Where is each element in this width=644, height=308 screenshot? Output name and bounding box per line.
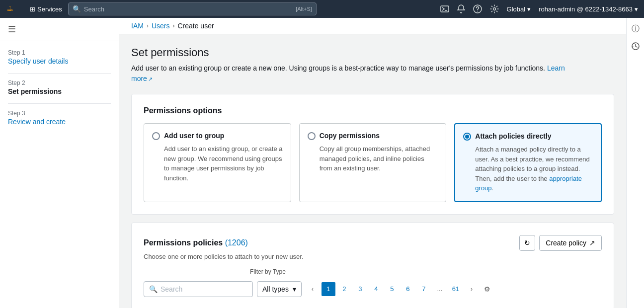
page-description: Add user to an existing group or create … (131, 63, 578, 84)
user-chevron-icon: ▾ (635, 5, 638, 13)
policy-search-icon: 🔍 (149, 285, 158, 293)
step-1-title[interactable]: Specify user details (8, 57, 68, 65)
page-6-btn[interactable]: 6 (401, 282, 415, 296)
page-4-btn[interactable]: 4 (369, 282, 383, 296)
info-icon[interactable]: ⓘ (632, 24, 640, 34)
right-sidebar: ⓘ (626, 18, 644, 308)
create-policy-button[interactable]: Create policy ↗ (539, 235, 602, 251)
sidebar-toggle[interactable]: ☰ (0, 18, 119, 41)
bell-icon[interactable] (457, 4, 465, 13)
step-2-title[interactable]: Set permissions (8, 87, 62, 95)
option-add-to-group-desc: Add user to an existing group, or create… (164, 144, 283, 183)
navbar: aws ⊞ Services 🔍 [Alt+S] Global ▾ rohan-… (0, 0, 644, 18)
option-copy-permissions[interactable]: Copy permissions Copy all group membersh… (299, 123, 447, 202)
main-content: IAM › Users › Create user Set permission… (119, 18, 626, 308)
radio-attach-directly[interactable] (463, 133, 471, 141)
search-input[interactable] (84, 5, 292, 13)
history-icon[interactable] (632, 42, 640, 52)
option-copy-permissions-title: Copy permissions (320, 132, 380, 140)
page-content: Set permissions Add user to an existing … (119, 34, 626, 308)
breadcrumb: IAM › Users › Create user (119, 18, 626, 34)
step-3-label: Step 3 (8, 110, 111, 117)
permissions-policies-card: Permissions policies (1206) ↻ Create pol… (131, 223, 614, 308)
svg-text:aws: aws (7, 8, 13, 11)
global-search[interactable]: 🔍 [Alt+S] (68, 2, 317, 15)
policies-count: (1206) (225, 238, 248, 247)
svg-point-3 (474, 5, 482, 13)
step-2: Step 2 Set permissions (8, 79, 111, 95)
help-icon[interactable] (473, 4, 482, 13)
aws-logo[interactable]: aws (6, 4, 22, 14)
terminal-icon[interactable] (440, 5, 449, 12)
type-filter-select[interactable]: All types ▾ (257, 281, 302, 297)
pagination: ‹ 1 2 3 4 5 6 7 ... 61 › ⚙ (306, 282, 494, 296)
policies-card-header: Permissions policies (1206) ↻ Create pol… (144, 235, 602, 251)
external-link-icon: ↗ (148, 76, 153, 82)
policy-search-box[interactable]: 🔍 (144, 281, 253, 297)
policies-actions: ↻ Create policy ↗ (519, 235, 602, 251)
search-icon: 🔍 (73, 5, 81, 13)
breadcrumb-iam[interactable]: IAM (131, 22, 144, 30)
steps-nav: Step 1 Specify user details Step 2 Set p… (0, 41, 119, 142)
page-5-btn[interactable]: 5 (385, 282, 399, 296)
permissions-options-title: Permissions options (144, 106, 602, 115)
permission-options-grid: Add user to group Add user to an existin… (144, 123, 602, 202)
type-filter-chevron: ▾ (293, 285, 296, 293)
policies-subtitle: Choose one or more policies to attach to… (144, 253, 602, 260)
option-add-to-group[interactable]: Add user to group Add user to an existin… (144, 123, 291, 202)
page-2-btn[interactable]: 2 (337, 282, 351, 296)
page-title: Set permissions (131, 46, 614, 59)
page-settings-btn[interactable]: ⚙ (481, 282, 494, 296)
policy-search-input[interactable] (161, 285, 247, 293)
prev-page-btn[interactable]: ‹ (306, 282, 320, 296)
option-attach-directly-title: Attach policies directly (475, 132, 551, 140)
option-copy-permissions-header: Copy permissions (308, 132, 438, 140)
permissions-options-card: Permissions options Add user to group Ad… (131, 94, 614, 215)
services-menu[interactable]: ⊞ Services (30, 5, 62, 13)
breadcrumb-sep-1: › (147, 22, 149, 29)
svg-point-5 (493, 8, 495, 10)
step-divider-2 (8, 103, 111, 104)
page-3-btn[interactable]: 3 (353, 282, 367, 296)
user-label: rohan-admin @ 6222-1342-8663 (539, 5, 633, 13)
services-label: Services (37, 5, 62, 13)
page-7-btn[interactable]: 7 (417, 282, 431, 296)
option-add-to-group-title: Add user to group (164, 132, 224, 140)
breadcrumb-users[interactable]: Users (152, 22, 170, 30)
left-sidebar: ☰ Step 1 Specify user details Step 2 Set… (0, 18, 119, 308)
region-selector[interactable]: Global ▾ (507, 5, 531, 13)
step-3-title[interactable]: Review and create (8, 118, 66, 126)
step-2-label: Step 2 (8, 79, 111, 86)
user-menu[interactable]: rohan-admin @ 6222-1342-8663 ▾ (539, 5, 638, 13)
settings-icon[interactable] (490, 4, 499, 13)
page-1-btn[interactable]: 1 (322, 282, 335, 296)
radio-copy-permissions[interactable] (308, 132, 316, 140)
svg-point-4 (477, 11, 478, 12)
step-1: Step 1 Specify user details (8, 49, 111, 65)
breadcrumb-current: Create user (177, 22, 214, 30)
create-policy-external-icon: ↗ (589, 239, 595, 247)
policies-title: Permissions policies (1206) (144, 238, 248, 247)
search-shortcut: [Alt+S] (296, 6, 312, 12)
option-add-to-group-header: Add user to group (152, 132, 283, 140)
option-attach-directly-desc: Attach a managed policy directly to a us… (475, 145, 593, 193)
refresh-icon: ↻ (524, 239, 530, 247)
filter-label: Filter by Type (250, 268, 286, 275)
page-61-btn[interactable]: 61 (449, 282, 463, 296)
policies-title-group: Permissions policies (1206) (144, 238, 248, 247)
region-label: Global (507, 5, 526, 13)
appropriate-group-link[interactable]: appropriate group (475, 175, 582, 192)
type-filter-label: All types (262, 285, 289, 293)
grid-icon: ⊞ (30, 5, 35, 13)
filter-row: 🔍 All types ▾ ‹ 1 2 3 4 (144, 281, 494, 297)
step-divider-1 (8, 73, 111, 74)
step-1-label: Step 1 (8, 49, 111, 56)
breadcrumb-sep-2: › (172, 22, 174, 29)
page-ellipsis: ... (433, 282, 447, 296)
radio-add-to-group[interactable] (152, 132, 160, 140)
option-attach-directly[interactable]: Attach policies directly Attach a manage… (454, 123, 602, 202)
next-page-btn[interactable]: › (465, 282, 479, 296)
chevron-down-icon: ▾ (527, 5, 531, 13)
refresh-button[interactable]: ↻ (519, 235, 535, 251)
option-copy-permissions-desc: Copy all group memberships, attached man… (320, 144, 438, 173)
